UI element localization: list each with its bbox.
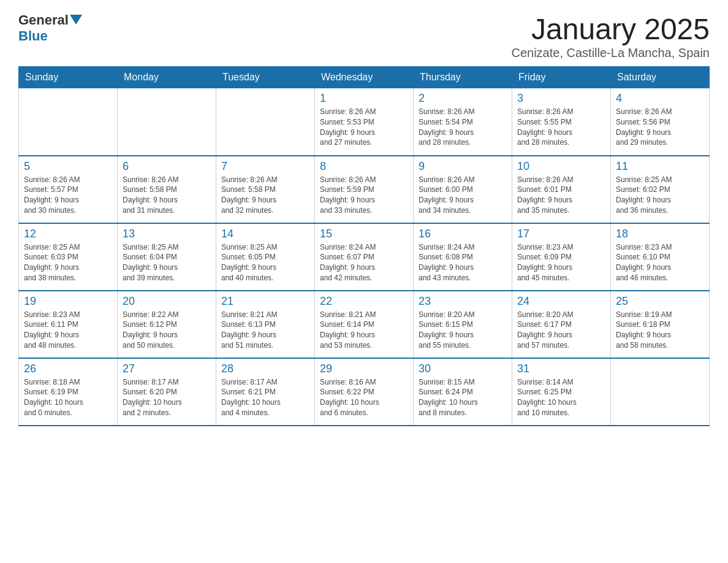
week-row-2: 5Sunrise: 8:26 AM Sunset: 5:57 PM Daylig… — [19, 156, 710, 223]
calendar-cell: 10Sunrise: 8:26 AM Sunset: 6:01 PM Dayli… — [512, 156, 611, 223]
day-number: 28 — [221, 362, 309, 375]
calendar-cell: 23Sunrise: 8:20 AM Sunset: 6:15 PM Dayli… — [414, 291, 512, 358]
day-info: Sunrise: 8:26 AM Sunset: 6:00 PM Dayligh… — [419, 175, 507, 216]
day-number: 8 — [320, 160, 408, 173]
calendar-cell: 4Sunrise: 8:26 AM Sunset: 5:56 PM Daylig… — [611, 88, 710, 156]
calendar-table: SundayMondayTuesdayWednesdayThursdayFrid… — [18, 66, 710, 426]
day-number: 18 — [616, 228, 704, 240]
week-row-3: 12Sunrise: 8:25 AM Sunset: 6:03 PM Dayli… — [19, 223, 710, 291]
calendar-cell: 22Sunrise: 8:21 AM Sunset: 6:14 PM Dayli… — [315, 291, 414, 358]
day-info: Sunrise: 8:17 AM Sunset: 6:21 PM Dayligh… — [221, 377, 309, 418]
day-info: Sunrise: 8:26 AM Sunset: 5:54 PM Dayligh… — [419, 107, 507, 148]
day-info: Sunrise: 8:22 AM Sunset: 6:12 PM Dayligh… — [123, 310, 211, 351]
logo-general-text: General — [18, 12, 69, 28]
calendar-cell — [118, 88, 216, 156]
logo-triangle-icon — [70, 15, 82, 25]
day-info: Sunrise: 8:24 AM Sunset: 6:08 PM Dayligh… — [419, 242, 507, 283]
calendar-cell: 14Sunrise: 8:25 AM Sunset: 6:05 PM Dayli… — [216, 223, 315, 291]
calendar-cell: 8Sunrise: 8:26 AM Sunset: 5:59 PM Daylig… — [315, 156, 414, 223]
day-info: Sunrise: 8:26 AM Sunset: 5:59 PM Dayligh… — [320, 175, 408, 216]
day-number: 1 — [320, 92, 408, 105]
header-row: SundayMondayTuesdayWednesdayThursdayFrid… — [19, 67, 710, 88]
day-info: Sunrise: 8:26 AM Sunset: 5:55 PM Dayligh… — [517, 107, 605, 148]
calendar-cell: 19Sunrise: 8:23 AM Sunset: 6:11 PM Dayli… — [19, 291, 118, 358]
day-info: Sunrise: 8:17 AM Sunset: 6:20 PM Dayligh… — [123, 377, 211, 418]
week-row-5: 26Sunrise: 8:18 AM Sunset: 6:19 PM Dayli… — [19, 358, 710, 426]
calendar-cell: 6Sunrise: 8:26 AM Sunset: 5:58 PM Daylig… — [118, 156, 216, 223]
calendar-body: 1Sunrise: 8:26 AM Sunset: 5:53 PM Daylig… — [19, 88, 710, 426]
day-info: Sunrise: 8:20 AM Sunset: 6:15 PM Dayligh… — [419, 310, 507, 351]
column-header-monday: Monday — [118, 67, 216, 88]
day-info: Sunrise: 8:18 AM Sunset: 6:19 PM Dayligh… — [24, 377, 112, 418]
calendar-cell: 20Sunrise: 8:22 AM Sunset: 6:12 PM Dayli… — [118, 291, 216, 358]
day-number: 11 — [616, 160, 704, 173]
calendar-cell: 17Sunrise: 8:23 AM Sunset: 6:09 PM Dayli… — [512, 223, 611, 291]
day-number: 15 — [320, 228, 408, 240]
calendar-cell: 24Sunrise: 8:20 AM Sunset: 6:17 PM Dayli… — [512, 291, 611, 358]
column-header-wednesday: Wednesday — [315, 67, 414, 88]
week-row-1: 1Sunrise: 8:26 AM Sunset: 5:53 PM Daylig… — [19, 88, 710, 156]
logo-blue-text: Blue — [18, 28, 48, 44]
calendar-cell: 30Sunrise: 8:15 AM Sunset: 6:24 PM Dayli… — [414, 358, 512, 426]
day-info: Sunrise: 8:26 AM Sunset: 5:58 PM Dayligh… — [123, 175, 211, 216]
calendar-cell: 2Sunrise: 8:26 AM Sunset: 5:54 PM Daylig… — [414, 88, 512, 156]
column-header-friday: Friday — [512, 67, 611, 88]
day-info: Sunrise: 8:21 AM Sunset: 6:13 PM Dayligh… — [221, 310, 309, 351]
day-number: 26 — [24, 362, 112, 375]
day-info: Sunrise: 8:25 AM Sunset: 6:03 PM Dayligh… — [24, 242, 112, 283]
day-info: Sunrise: 8:23 AM Sunset: 6:10 PM Dayligh… — [616, 242, 704, 283]
day-info: Sunrise: 8:19 AM Sunset: 6:18 PM Dayligh… — [616, 310, 704, 351]
calendar-cell: 27Sunrise: 8:17 AM Sunset: 6:20 PM Dayli… — [118, 358, 216, 426]
day-number: 19 — [24, 295, 112, 308]
day-number: 6 — [123, 160, 211, 173]
day-number: 4 — [616, 92, 704, 105]
day-number: 3 — [517, 92, 605, 105]
column-header-tuesday: Tuesday — [216, 67, 315, 88]
calendar-cell: 18Sunrise: 8:23 AM Sunset: 6:10 PM Dayli… — [611, 223, 710, 291]
day-number: 27 — [123, 362, 211, 375]
calendar-cell — [19, 88, 118, 156]
calendar-cell: 3Sunrise: 8:26 AM Sunset: 5:55 PM Daylig… — [512, 88, 611, 156]
day-number: 23 — [419, 295, 507, 308]
calendar-header: SundayMondayTuesdayWednesdayThursdayFrid… — [19, 67, 710, 88]
day-info: Sunrise: 8:26 AM Sunset: 6:01 PM Dayligh… — [517, 175, 605, 216]
calendar-cell — [216, 88, 315, 156]
logo: General Blue — [18, 12, 82, 45]
calendar-cell: 13Sunrise: 8:25 AM Sunset: 6:04 PM Dayli… — [118, 223, 216, 291]
calendar-title: January 2025 — [511, 12, 710, 46]
calendar-cell: 15Sunrise: 8:24 AM Sunset: 6:07 PM Dayli… — [315, 223, 414, 291]
calendar-cell: 31Sunrise: 8:14 AM Sunset: 6:25 PM Dayli… — [512, 358, 611, 426]
calendar-cell: 1Sunrise: 8:26 AM Sunset: 5:53 PM Daylig… — [315, 88, 414, 156]
page-header: General Blue January 2025 Cenizate, Cast… — [18, 12, 710, 60]
calendar-cell: 9Sunrise: 8:26 AM Sunset: 6:00 PM Daylig… — [414, 156, 512, 223]
day-info: Sunrise: 8:21 AM Sunset: 6:14 PM Dayligh… — [320, 310, 408, 351]
day-number: 9 — [419, 160, 507, 173]
calendar-cell: 7Sunrise: 8:26 AM Sunset: 5:58 PM Daylig… — [216, 156, 315, 223]
day-info: Sunrise: 8:16 AM Sunset: 6:22 PM Dayligh… — [320, 377, 408, 418]
day-info: Sunrise: 8:23 AM Sunset: 6:09 PM Dayligh… — [517, 242, 605, 283]
calendar-subtitle: Cenizate, Castille-La Mancha, Spain — [511, 46, 710, 60]
day-info: Sunrise: 8:15 AM Sunset: 6:24 PM Dayligh… — [419, 377, 507, 418]
day-number: 24 — [517, 295, 605, 308]
calendar-cell: 16Sunrise: 8:24 AM Sunset: 6:08 PM Dayli… — [414, 223, 512, 291]
day-info: Sunrise: 8:25 AM Sunset: 6:02 PM Dayligh… — [616, 175, 704, 216]
week-row-4: 19Sunrise: 8:23 AM Sunset: 6:11 PM Dayli… — [19, 291, 710, 358]
calendar-cell: 11Sunrise: 8:25 AM Sunset: 6:02 PM Dayli… — [611, 156, 710, 223]
column-header-thursday: Thursday — [414, 67, 512, 88]
day-number: 25 — [616, 295, 704, 308]
day-number: 12 — [24, 228, 112, 240]
day-number: 10 — [517, 160, 605, 173]
day-info: Sunrise: 8:25 AM Sunset: 6:05 PM Dayligh… — [221, 242, 309, 283]
column-header-sunday: Sunday — [19, 67, 118, 88]
calendar-cell: 5Sunrise: 8:26 AM Sunset: 5:57 PM Daylig… — [19, 156, 118, 223]
day-info: Sunrise: 8:20 AM Sunset: 6:17 PM Dayligh… — [517, 310, 605, 351]
day-info: Sunrise: 8:26 AM Sunset: 5:53 PM Dayligh… — [320, 107, 408, 148]
day-number: 7 — [221, 160, 309, 173]
day-number: 31 — [517, 362, 605, 375]
day-number: 13 — [123, 228, 211, 240]
day-number: 30 — [419, 362, 507, 375]
day-number: 29 — [320, 362, 408, 375]
calendar-cell: 26Sunrise: 8:18 AM Sunset: 6:19 PM Dayli… — [19, 358, 118, 426]
day-number: 5 — [24, 160, 112, 173]
day-info: Sunrise: 8:23 AM Sunset: 6:11 PM Dayligh… — [24, 310, 112, 351]
